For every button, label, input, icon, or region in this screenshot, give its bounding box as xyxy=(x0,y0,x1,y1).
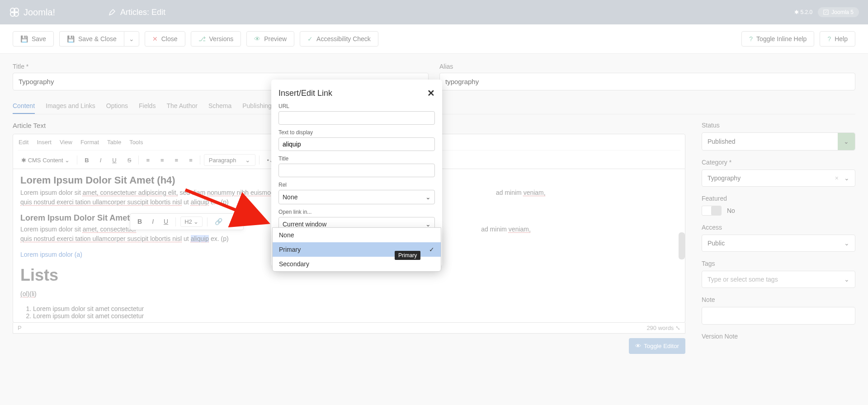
tab-content[interactable]: Content xyxy=(13,99,35,114)
class-option-none[interactable]: None xyxy=(273,228,441,242)
rel-select[interactable]: None xyxy=(278,190,435,204)
save-close-caret[interactable] xyxy=(124,31,139,47)
action-toolbar: 💾Save 💾Save & Close ✕Close ⎇Versions 👁Pr… xyxy=(0,24,868,54)
access-label: Access xyxy=(702,224,855,231)
float-bold-icon[interactable]: B xyxy=(135,217,145,227)
tags-label: Tags xyxy=(702,260,855,267)
chevron-down-icon xyxy=(844,240,849,247)
featured-value: No xyxy=(727,207,735,214)
menu-edit[interactable]: Edit xyxy=(19,139,28,146)
check-icon: ✓ xyxy=(429,246,434,253)
editor-status-bar: P 290 words ⤡ xyxy=(13,323,685,334)
strike-icon[interactable]: S xyxy=(124,155,135,165)
chevron-down-icon xyxy=(844,174,849,182)
pencil-icon xyxy=(108,9,116,16)
help-button[interactable]: ?Help xyxy=(820,31,855,47)
preview-button[interactable]: 👁Preview xyxy=(246,31,294,47)
floating-format-bar: B I U H2 ⌄ 🔗 ❝ xyxy=(130,213,244,230)
toggle-editor-button[interactable]: 👁 Toggle Editor xyxy=(629,338,685,354)
float-quote-icon[interactable]: ❝ xyxy=(230,217,239,227)
chevron-down-icon xyxy=(425,221,431,228)
float-link-icon[interactable]: 🔗 xyxy=(212,217,225,227)
float-underline-icon[interactable]: U xyxy=(161,217,171,227)
status-label: Status xyxy=(702,122,855,129)
version-badge: ✱ 5.2.0 xyxy=(794,9,812,15)
save-button[interactable]: 💾Save xyxy=(13,31,54,47)
menu-table[interactable]: Table xyxy=(107,139,121,146)
rel-label: Rel xyxy=(278,182,435,188)
category-select[interactable]: Typography × xyxy=(702,170,855,187)
close-icon[interactable]: ✕ xyxy=(427,88,435,99)
chevron-down-icon xyxy=(844,276,849,283)
tab-images-links[interactable]: Images and Links xyxy=(46,99,95,114)
alias-label: Alias xyxy=(439,63,855,70)
topbar: Joomla! Articles: Edit ✱ 5.2.0 Joomla 5 xyxy=(0,0,868,24)
url-label: URL xyxy=(278,103,435,109)
tags-select[interactable]: Type or select some tags xyxy=(702,271,855,288)
chevron-down-icon xyxy=(425,193,431,201)
dialog-title: Insert/Edit Link xyxy=(278,89,332,98)
close-button[interactable]: ✕Close xyxy=(145,31,185,47)
align-left-icon[interactable]: ≡ xyxy=(142,155,153,165)
class-dropdown-list: None Primary✓ Secondary xyxy=(272,227,441,272)
align-justify-icon[interactable]: ≡ xyxy=(185,155,196,165)
tab-options[interactable]: Options xyxy=(106,99,128,114)
url-input[interactable] xyxy=(278,111,435,125)
menu-tools[interactable]: Tools xyxy=(129,139,143,146)
editor-scrollbar[interactable] xyxy=(679,232,685,259)
version-note-label: Version Note xyxy=(702,333,855,340)
featured-label: Featured xyxy=(702,195,855,202)
save-close-group: 💾Save & Close xyxy=(59,31,139,47)
save-close-button[interactable]: 💾Save & Close xyxy=(59,31,124,47)
paragraph-dropdown[interactable]: Paragraph xyxy=(204,154,256,166)
tab-schema[interactable]: Schema xyxy=(208,99,231,114)
content-olli: (ol)(li) xyxy=(20,289,678,299)
link-title-label: Title xyxy=(278,155,435,162)
a11y-check-button[interactable]: ✓Accessibility Check xyxy=(300,31,378,47)
topbar-right: ✱ 5.2.0 Joomla 5 xyxy=(794,7,859,17)
chevron-down-icon xyxy=(129,35,134,42)
title-label: Title * xyxy=(13,63,429,70)
align-center-icon[interactable]: ≡ xyxy=(157,155,168,165)
page-heading: Articles: Edit xyxy=(108,8,165,17)
link-title-input[interactable] xyxy=(278,164,435,177)
text-display-input[interactable] xyxy=(278,137,435,151)
featured-toggle[interactable] xyxy=(702,206,722,216)
editor-word-count: 290 words ⤡ xyxy=(646,325,680,331)
content-ordered-list: Lorem ipsum dolor sit amet consectetur L… xyxy=(33,305,678,320)
tab-author[interactable]: The Author xyxy=(166,99,198,114)
menu-view[interactable]: View xyxy=(60,139,72,146)
underline-icon[interactable]: U xyxy=(108,155,120,165)
versions-button[interactable]: ⎇Versions xyxy=(191,31,241,47)
brand-text: Joomla! xyxy=(24,7,55,18)
category-label: Category * xyxy=(702,159,855,166)
italic-icon[interactable]: I xyxy=(96,155,105,165)
alias-input[interactable] xyxy=(439,73,855,90)
access-select[interactable]: Public xyxy=(702,235,855,252)
float-heading-dropdown[interactable]: H2 ⌄ xyxy=(180,217,203,227)
float-italic-icon[interactable]: I xyxy=(149,217,156,227)
menu-insert[interactable]: Insert xyxy=(37,139,52,146)
align-right-icon[interactable]: ≡ xyxy=(171,155,182,165)
page-title-text: Articles: Edit xyxy=(120,8,165,17)
toggle-inline-help-button[interactable]: ?Toggle Inline Help xyxy=(741,31,814,47)
product-pill[interactable]: Joomla 5 xyxy=(818,7,859,17)
status-select[interactable]: Published ⌄ xyxy=(702,132,855,151)
note-label: Note xyxy=(702,296,855,303)
note-input[interactable] xyxy=(702,307,855,325)
tab-fields[interactable]: Fields xyxy=(139,99,156,114)
list-item: Lorem ipsum dolor sit amet consectetur xyxy=(33,312,678,320)
cms-content-button[interactable]: ✱ CMS Content ⌄ xyxy=(18,155,73,165)
editor-path: P xyxy=(18,325,22,331)
tab-publishing[interactable]: Publishing xyxy=(242,99,272,114)
joomla-icon xyxy=(9,7,20,18)
text-display-label: Text to display xyxy=(278,129,435,136)
menu-format[interactable]: Format xyxy=(80,139,99,146)
class-tooltip: Primary xyxy=(395,251,420,260)
list-item: Lorem ipsum dolor sit amet consectetur xyxy=(33,305,678,312)
sidebar: Status Published ⌄ Category * Typography… xyxy=(702,122,855,354)
open-link-label: Open link in... xyxy=(278,209,435,215)
external-link-icon xyxy=(823,9,829,15)
brand-logo: Joomla! xyxy=(9,7,108,18)
bold-icon[interactable]: B xyxy=(81,155,92,165)
